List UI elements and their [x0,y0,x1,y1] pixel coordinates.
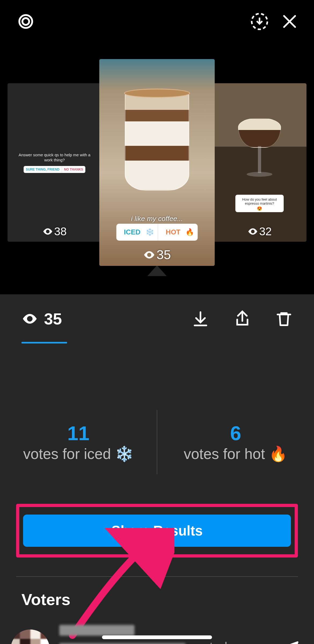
send-message-icon[interactable] [282,641,299,644]
active-tab-indicator [21,342,67,343]
share-icon[interactable] [233,310,251,328]
story-thumb-current[interactable]: i like my coffee... ICED ❄️ HOT 🔥 35 [99,59,215,266]
share-results-button[interactable]: Share Results [23,515,291,547]
story-thumb-prev[interactable]: Answer some quick qs to help me with a w… [8,83,101,242]
story-thumb-next[interactable]: How do you feel about espresso martinis?… [213,83,306,242]
view-count: 35 [44,310,62,328]
story-prev-options: SURE THING, FRIEND NO THANKS [24,166,85,173]
poll-option-a[interactable]: 11 votes for iced ❄️ [0,422,157,462]
story-caption: i like my coffee... [99,215,215,223]
poll-count-a: 11 [0,422,157,445]
story-current-views: 35 [156,247,171,262]
annotation-highlight: Share Results [16,504,298,558]
poll-label-a: votes for iced ❄️ [0,445,157,462]
more-options-icon[interactable]: ··· [258,641,272,644]
story-carousel: Answer some quick qs to help me with a w… [0,59,314,266]
trash-icon[interactable] [275,310,293,327]
voter-username [59,625,134,636]
story-prev-views: 38 [54,225,67,238]
voter-list: ·voted iced ❄️ ··· ·voted iced ❄️ ··· [0,617,314,644]
voter-subtitle: ·voted iced ❄️ [59,638,248,644]
home-indicator [102,635,212,639]
voter-row[interactable]: ·voted iced ❄️ ··· [11,617,299,644]
story-next-question: How do you feel about espresso martinis?… [235,195,284,212]
avatar[interactable] [11,629,50,644]
story-poll-options: ICED ❄️ HOT 🔥 [116,224,198,241]
viewers-tab[interactable]: 35 [21,310,62,328]
poll-results-summary: 11 votes for iced ❄️ 6 votes for hot 🔥 [0,410,314,474]
download-icon[interactable] [192,310,209,328]
svg-point-1 [22,18,29,25]
poll-option-b[interactable]: 6 votes for hot 🔥 [157,422,314,462]
close-icon[interactable] [281,13,298,30]
svg-point-0 [19,15,32,28]
poll-count-b: 6 [157,422,314,445]
poll-label-b: votes for hot 🔥 [157,445,314,462]
settings-gear-icon[interactable] [16,12,35,31]
voters-heading: Voters [21,590,314,609]
story-prev-question: Answer some quick qs to help me with a w… [15,152,94,163]
story-next-views: 32 [259,225,272,238]
divider [16,576,298,577]
save-story-icon[interactable] [250,12,269,31]
